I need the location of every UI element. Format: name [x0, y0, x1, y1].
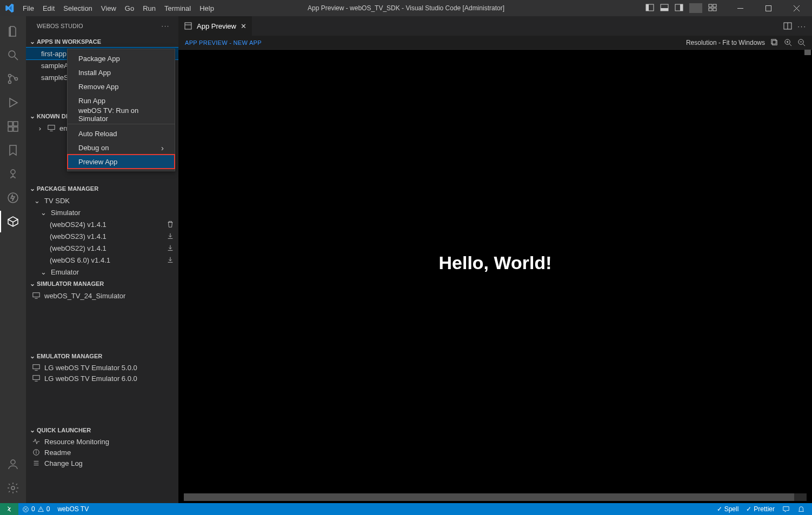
emumgr-item[interactable]: LG webOS TV Emulator 6.0.0 — [26, 373, 178, 384]
activity-settings-icon[interactable] — [0, 477, 26, 499]
activity-bookmark-icon[interactable] — [0, 139, 26, 161]
separator — [68, 124, 175, 124]
ctx-auto-reload[interactable]: Auto Reload — [68, 126, 175, 141]
close-button[interactable] — [784, 0, 809, 16]
activity-extensions-icon[interactable] — [0, 116, 26, 137]
svg-rect-29 — [33, 293, 39, 297]
monitor-icon — [32, 374, 41, 382]
pkgmgr-tvsdk[interactable]: ⌄TV SDK — [26, 195, 178, 206]
tab-app-preview[interactable]: App Preview ✕ — [178, 16, 252, 36]
download-icon[interactable] — [167, 244, 174, 252]
pkgmgr-version[interactable]: (webOS23) v1.4.1 — [26, 230, 178, 242]
sb-host[interactable]: webOS TV — [54, 505, 92, 513]
svg-rect-1 — [646, 4, 649, 11]
menu-view[interactable]: View — [97, 0, 121, 16]
trash-icon[interactable] — [167, 220, 174, 228]
svg-rect-5 — [680, 4, 683, 11]
section-quick[interactable]: ⌄QUICK LAUNCHER — [26, 424, 178, 436]
close-icon[interactable]: ✕ — [241, 22, 247, 30]
menu-edit[interactable]: Edit — [38, 0, 59, 16]
svg-rect-45 — [773, 41, 777, 45]
activity-scm-icon[interactable] — [0, 68, 26, 90]
section-emumgr[interactable]: ⌄EMULATOR MANAGER — [26, 350, 178, 362]
chevron-right-icon: › — [36, 124, 44, 132]
menu-selection[interactable]: Selection — [59, 0, 96, 16]
quick-item-resource[interactable]: Resource Monitoring — [26, 436, 178, 447]
ctx-debug-on[interactable]: Debug on — [68, 141, 175, 155]
chevron-down-icon: ⌄ — [28, 280, 37, 287]
menu-run[interactable]: Run — [138, 0, 160, 16]
menu-file[interactable]: File — [18, 0, 38, 16]
section-simmgr[interactable]: ⌄SIMULATOR MANAGER — [26, 278, 178, 290]
quick-item-readme[interactable]: Readme — [26, 447, 178, 458]
emumgr-item[interactable]: LG webOS TV Emulator 5.0.0 — [26, 362, 178, 373]
sb-feedback-icon[interactable] — [778, 505, 794, 513]
list-icon — [32, 459, 41, 467]
activity-webos-studio-icon[interactable] — [0, 211, 26, 232]
menu-terminal[interactable]: Terminal — [160, 0, 195, 16]
section-pkgmgr[interactable]: ⌄PACKAGE MANAGER — [26, 183, 178, 195]
ctx-install-app[interactable]: Install App — [68, 65, 175, 79]
split-editor-icon[interactable] — [783, 22, 792, 30]
toggle-panel-icon[interactable] — [658, 3, 671, 13]
toggle-secondary-sidebar-icon[interactable] — [673, 3, 685, 13]
section-apps[interactable]: ⌄APPS IN WORKSPACE — [26, 36, 178, 48]
sidebar-title: WEBOS STUDIO — [37, 23, 83, 29]
tab-label: App Preview — [197, 22, 236, 30]
breadcrumb-row: App Preview - new app Resolution - Fit t… — [178, 36, 812, 50]
minimize-button[interactable] — [728, 0, 753, 16]
svg-rect-31 — [33, 365, 39, 369]
svg-point-37 — [36, 451, 37, 451]
sidebar-more-icon[interactable]: ··· — [162, 23, 170, 29]
download-icon[interactable] — [167, 232, 174, 240]
ctx-package-app[interactable]: Package App — [68, 51, 175, 65]
pkgmgr-emulator[interactable]: ⌄Emulator — [26, 266, 178, 278]
pkgmgr-version[interactable]: (webOS24) v1.4.1 — [26, 218, 178, 230]
tab-more-icon[interactable]: ··· — [797, 22, 807, 30]
maximize-button[interactable] — [756, 0, 781, 16]
horizontal-scrollbar[interactable] — [184, 493, 807, 501]
quick-item-changelog[interactable]: Change Log — [26, 458, 178, 469]
breadcrumb-label[interactable]: App Preview - new app — [185, 39, 262, 46]
simmgr-item[interactable]: webOS_TV_24_Simulator — [26, 290, 178, 302]
sb-notifications-icon[interactable] — [794, 505, 809, 513]
ctx-run-simulator[interactable]: webOS TV: Run on Simulator — [68, 108, 175, 122]
vscode-logo-icon — [0, 3, 18, 13]
activity-run-icon[interactable] — [0, 92, 26, 113]
sb-remote-button[interactable] — [0, 503, 18, 515]
svg-point-25 — [11, 460, 15, 464]
sb-problems[interactable]: 0 0 — [18, 505, 54, 513]
chevron-down-icon: ⌄ — [28, 185, 37, 192]
pkgmgr-version[interactable]: (webOS22) v1.4.1 — [26, 242, 178, 254]
separator — [689, 3, 702, 13]
svg-point-23 — [11, 170, 15, 174]
open-link-icon[interactable] — [770, 38, 778, 46]
zoom-out-icon[interactable] — [797, 38, 806, 46]
svg-point-17 — [9, 81, 11, 84]
activity-explorer-icon[interactable] — [0, 21, 26, 42]
toggle-primary-sidebar-icon[interactable] — [643, 3, 656, 13]
activity-accounts-icon[interactable] — [0, 453, 26, 475]
chevron-down-icon: ⌄ — [28, 112, 37, 120]
activity-search-icon[interactable] — [0, 44, 26, 66]
vertical-scrollbar[interactable] — [804, 50, 811, 55]
activity-webos-icon[interactable] — [0, 163, 26, 185]
sb-spell[interactable]: ✓Spell — [713, 505, 743, 513]
pkgmgr-version[interactable]: (webOS 6.0) v1.4.1 — [26, 254, 178, 266]
check-icon: ✓ — [717, 505, 722, 513]
preview-icon — [184, 22, 192, 30]
svg-line-48 — [789, 44, 791, 46]
menu-go[interactable]: Go — [121, 0, 138, 16]
pkgmgr-simulator[interactable]: ⌄Simulator — [26, 206, 178, 218]
customize-layout-icon[interactable] — [706, 3, 719, 13]
ctx-run-app[interactable]: Run App — [68, 93, 175, 108]
sb-prettier[interactable]: ✓Prettier — [742, 505, 778, 513]
activity-power-icon[interactable] — [0, 187, 26, 209]
download-icon[interactable] — [167, 256, 174, 264]
info-icon — [32, 449, 41, 456]
menu-help[interactable]: Help — [195, 0, 218, 16]
context-menu: Package App Install App Remove App Run A… — [67, 49, 175, 171]
zoom-in-icon[interactable] — [784, 38, 792, 46]
ctx-preview-app[interactable]: Preview App — [68, 155, 175, 169]
ctx-remove-app[interactable]: Remove App — [68, 79, 175, 93]
